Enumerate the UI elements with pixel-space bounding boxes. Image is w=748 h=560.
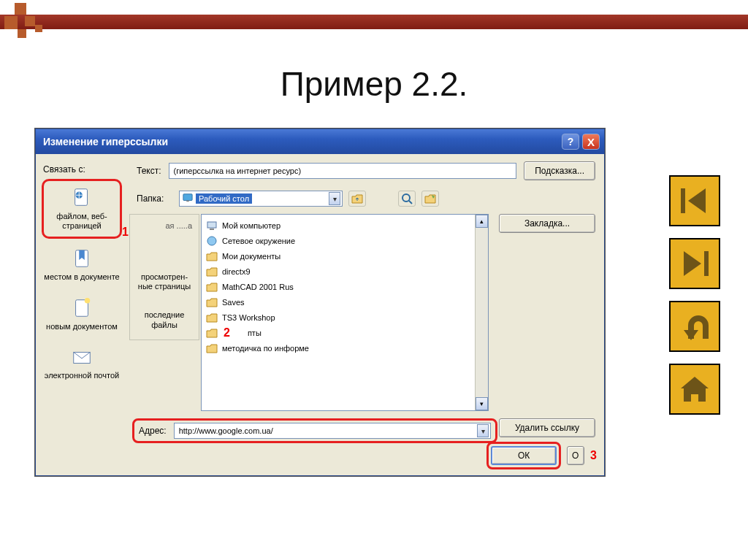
svg-rect-12 [681, 188, 685, 213]
link-bar: файлом, веб-страницей 1 местом в докумен… [42, 179, 122, 389]
file-listbox[interactable]: Мой компьютер Сетевое окружение Мои доку… [201, 214, 489, 411]
list-item-label: MathCAD 2001 Rus [222, 283, 294, 291]
list-item[interactable]: directx9 [206, 264, 470, 279]
list-item[interactable]: TS3 Workshop [206, 310, 470, 325]
nav-next-button[interactable] [669, 238, 720, 289]
folder-icon [206, 312, 218, 323]
list-item[interactable]: MathCAD 2001 Rus [206, 279, 470, 294]
link-new-doc[interactable]: новым документом [42, 291, 122, 337]
slide-decor-squares [4, 3, 48, 39]
list-item-label: Saves [222, 298, 245, 307]
svg-rect-6 [183, 194, 192, 201]
slide-title: Пример 2.2. [280, 64, 468, 104]
folder-icon [206, 327, 218, 339]
list-item-label: методичка по информе [222, 344, 309, 353]
folder-combo[interactable]: Рабочий стол ▾ [179, 191, 343, 207]
link-email-label: электронной почтой [45, 371, 119, 380]
browse-file-button[interactable] [421, 191, 439, 207]
file-list: Мой компьютер Сетевое окружение Мои доку… [202, 215, 475, 410]
scrollbar[interactable]: ▴ ▾ [475, 215, 488, 410]
address-combo[interactable]: http://www.google.com.ua/ ▾ [174, 423, 491, 439]
folder-icon [206, 342, 218, 354]
svg-rect-9 [207, 222, 216, 228]
place-current-folder[interactable]: ая .....а [131, 216, 197, 261]
svg-rect-13 [704, 251, 709, 276]
desktop-icon [183, 193, 193, 204]
list-item-label: TS3 Workshop [222, 313, 275, 322]
home-icon [678, 372, 711, 406]
list-item-label: directx9 [222, 267, 251, 276]
list-item-label: пты [248, 329, 262, 337]
list-item[interactable]: методичка по информе [206, 340, 470, 356]
folder-icon [206, 281, 218, 293]
nav-home-button[interactable] [669, 364, 720, 415]
svg-rect-7 [186, 201, 189, 202]
link-new-doc-label: новым документом [46, 322, 118, 331]
browse-web-button[interactable] [398, 191, 416, 207]
link-place-label: местом в документе [44, 272, 119, 282]
list-item-label: Сетевое окружение [222, 237, 295, 245]
folder-icon [206, 296, 218, 308]
folder-label: Папка: [137, 193, 173, 204]
folder-row: Папка: Рабочий стол ▾ [137, 191, 595, 207]
list-item[interactable]: 2 пты [206, 325, 470, 340]
nav-prev-button[interactable] [669, 175, 720, 226]
slide-decor-band [0, 15, 748, 29]
callout-1: 1 [122, 225, 129, 239]
globe-page-icon [71, 187, 93, 209]
computer-icon [206, 220, 218, 231]
list-item[interactable]: Мои документы [206, 248, 470, 264]
list-item-label: Мои документы [222, 252, 280, 261]
remove-link-button[interactable]: Удалить ссылку [499, 418, 595, 437]
callout-2: 2 [224, 326, 230, 340]
scroll-track[interactable] [476, 228, 488, 397]
list-item[interactable]: Сетевое окружение [206, 233, 470, 248]
svg-point-8 [402, 194, 410, 202]
chevron-down-icon[interactable]: ▾ [329, 192, 340, 205]
help-button[interactable]: ? [562, 134, 579, 150]
scroll-up-icon[interactable]: ▴ [476, 215, 488, 228]
titlebar-text: Изменение гиперссылки [43, 136, 559, 147]
u-turn-icon [678, 310, 711, 343]
link-email[interactable]: электронной почтой [42, 340, 122, 386]
ok-button[interactable]: ОК [491, 446, 557, 465]
envelope-icon [71, 346, 93, 368]
dialog-body: Связать с: файлом, веб-страницей 1 место… [36, 154, 604, 475]
up-folder-button[interactable] [348, 191, 366, 207]
link-file-web[interactable]: файлом, веб-страницей 1 [42, 179, 122, 239]
text-input[interactable] [169, 163, 517, 179]
list-item-label: Мой компьютер [222, 221, 280, 230]
scroll-down-icon[interactable]: ▾ [476, 397, 488, 410]
cancel-button[interactable]: О [567, 446, 584, 465]
hyperlink-dialog: Изменение гиперссылки ? X Связать с: фай… [35, 129, 605, 476]
svg-point-11 [207, 237, 216, 245]
slide-nav [669, 175, 720, 415]
ok-row: ОК О 3 [486, 442, 597, 469]
bookmark-page-icon [71, 248, 93, 269]
svg-rect-10 [210, 229, 214, 230]
svg-point-4 [85, 298, 91, 304]
link-place-in-doc[interactable]: местом в документе [42, 242, 122, 288]
new-doc-icon [71, 297, 93, 319]
list-item[interactable]: Saves [206, 294, 470, 310]
address-row: Адрес: http://www.google.com.ua/ ▾ [132, 418, 497, 443]
place-recent-files[interactable]: последние файлы [131, 299, 197, 337]
link-file-web-label: файлом, веб-страницей [45, 212, 118, 231]
remove-link-button-wrap: Удалить ссылку [499, 418, 595, 437]
hint-button[interactable]: Подсказка... [524, 161, 595, 180]
bookmark-button[interactable]: Закладка... [499, 214, 595, 233]
places-column: ая .....а просмотрен-ные страницы послед… [129, 214, 199, 340]
next-icon [678, 247, 711, 280]
close-button[interactable]: X [582, 134, 600, 150]
bookmark-button-wrap: Закладка... [499, 214, 595, 233]
list-item[interactable]: Мой компьютер [206, 218, 470, 233]
link-with-label: Связать с: [43, 164, 85, 174]
address-value: http://www.google.com.ua/ [179, 426, 477, 435]
nav-back-button[interactable] [669, 301, 720, 352]
titlebar: Изменение гиперссылки ? X [36, 129, 604, 154]
chevron-down-icon[interactable]: ▾ [477, 424, 489, 437]
place-viewed-pages[interactable]: просмотрен-ные страницы [131, 261, 197, 299]
network-icon [206, 235, 218, 247]
prev-icon [678, 184, 711, 218]
text-row: Текст: Подсказка... [137, 161, 595, 180]
